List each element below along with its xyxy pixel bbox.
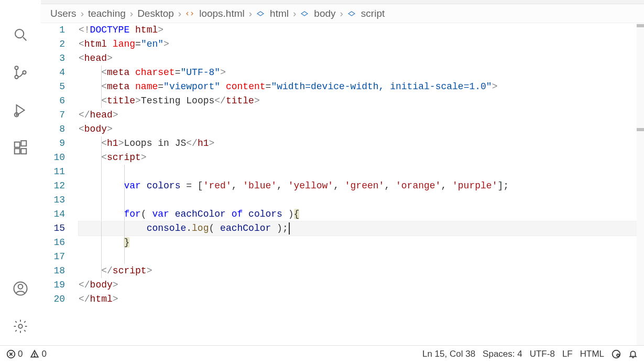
status-warnings[interactable]: 0 <box>30 349 46 359</box>
code-line[interactable]: <html lang="en"> <box>79 37 644 51</box>
code-line[interactable]: </script> <box>79 264 644 278</box>
breadcrumb-item[interactable]: script <box>361 8 385 19</box>
svg-point-0 <box>15 29 24 38</box>
breadcrumb-item[interactable]: Users <box>50 8 77 19</box>
chevron-right-icon: › <box>130 8 133 19</box>
breadcrumb-item[interactable]: body <box>314 8 335 19</box>
code-line[interactable]: } <box>79 236 644 250</box>
code-line[interactable]: </head> <box>79 108 644 122</box>
code-line[interactable]: <head> <box>79 51 644 66</box>
svg-rect-9 <box>21 141 26 146</box>
account-icon[interactable] <box>12 280 29 297</box>
chevron-right-icon: › <box>81 8 84 19</box>
source-control-icon[interactable] <box>12 64 29 81</box>
code-line[interactable]: <h1>Loops in JS</h1> <box>79 136 644 151</box>
editor[interactable]: 1234567891011121314151617181920 <!DOCTYP… <box>41 23 644 345</box>
tab-strip[interactable] <box>0 0 644 4</box>
debug-icon[interactable] <box>12 102 29 119</box>
code-line[interactable] <box>79 193 644 207</box>
svg-point-3 <box>15 76 18 79</box>
status-encoding[interactable]: UTF-8 <box>530 349 555 359</box>
svg-rect-6 <box>15 142 20 147</box>
code-line[interactable]: <script> <box>79 151 644 165</box>
svg-rect-8 <box>21 148 26 154</box>
status-eol[interactable]: LF <box>562 349 573 359</box>
code-line[interactable] <box>79 250 644 264</box>
breadcrumb-item[interactable]: html <box>270 8 289 19</box>
chevron-right-icon: › <box>178 8 181 19</box>
status-error-count: 0 <box>18 349 23 359</box>
breadcrumb-item[interactable]: teaching <box>88 8 126 19</box>
code-line[interactable]: <meta charset="UTF-8"> <box>79 66 644 80</box>
status-cursor-position[interactable]: Ln 15, Col 38 <box>422 349 475 359</box>
code-line[interactable]: console.log( eachColor ); <box>79 221 644 236</box>
feedback-icon[interactable] <box>612 349 621 359</box>
code-line[interactable]: for( var eachColor of colors ){ <box>79 207 644 221</box>
code-line[interactable]: <body> <box>79 122 644 136</box>
notifications-bell-icon[interactable] <box>628 349 638 359</box>
line-number-gutter: 1234567891011121314151617181920 <box>41 23 79 345</box>
code-line[interactable]: <meta name="viewport" content="width=dev… <box>79 80 644 94</box>
code-line[interactable]: <!DOCTYPE html> <box>79 23 644 37</box>
svg-point-17 <box>35 356 35 356</box>
symbol-icon <box>300 9 309 18</box>
code-line[interactable]: <title>Testing Loops</title> <box>79 94 644 108</box>
chevron-right-icon: › <box>293 8 296 19</box>
svg-point-11 <box>18 284 23 289</box>
search-icon[interactable] <box>12 26 29 43</box>
status-warning-count: 0 <box>41 349 46 359</box>
breadcrumb: Users › teaching › Desktop › loops.html … <box>41 4 644 23</box>
status-bar: 0 0 Ln 15, Col 38 Spaces: 4 UTF-8 LF HTM… <box>0 345 644 362</box>
status-indentation[interactable]: Spaces: 4 <box>483 349 522 359</box>
error-icon <box>6 349 16 359</box>
breadcrumb-item[interactable]: Desktop <box>137 8 174 19</box>
symbol-icon <box>347 9 356 18</box>
status-language-mode[interactable]: HTML <box>580 349 604 359</box>
extensions-icon[interactable] <box>12 140 29 156</box>
code-line[interactable] <box>79 165 644 179</box>
svg-point-12 <box>18 324 23 328</box>
status-errors[interactable]: 0 <box>6 349 23 359</box>
file-code-icon <box>185 9 194 18</box>
code-line[interactable]: </body> <box>79 278 644 292</box>
warning-icon <box>30 349 39 359</box>
text-cursor <box>289 222 290 235</box>
svg-point-2 <box>15 66 18 69</box>
symbol-icon <box>256 9 265 18</box>
svg-line-1 <box>23 37 26 40</box>
overview-ruler[interactable] <box>637 23 644 345</box>
code-line[interactable]: var colors = ['red', 'blue', 'yellow', '… <box>79 179 644 193</box>
settings-gear-icon[interactable] <box>12 318 29 335</box>
svg-point-19 <box>617 354 619 357</box>
code-area[interactable]: <!DOCTYPE html><html lang="en"><head> <m… <box>79 23 644 345</box>
svg-rect-7 <box>15 148 20 154</box>
activity-bar <box>0 0 41 345</box>
breadcrumb-item[interactable]: loops.html <box>199 8 245 19</box>
chevron-right-icon: › <box>340 8 343 19</box>
code-line[interactable]: </html> <box>79 292 644 306</box>
chevron-right-icon: › <box>249 8 252 19</box>
